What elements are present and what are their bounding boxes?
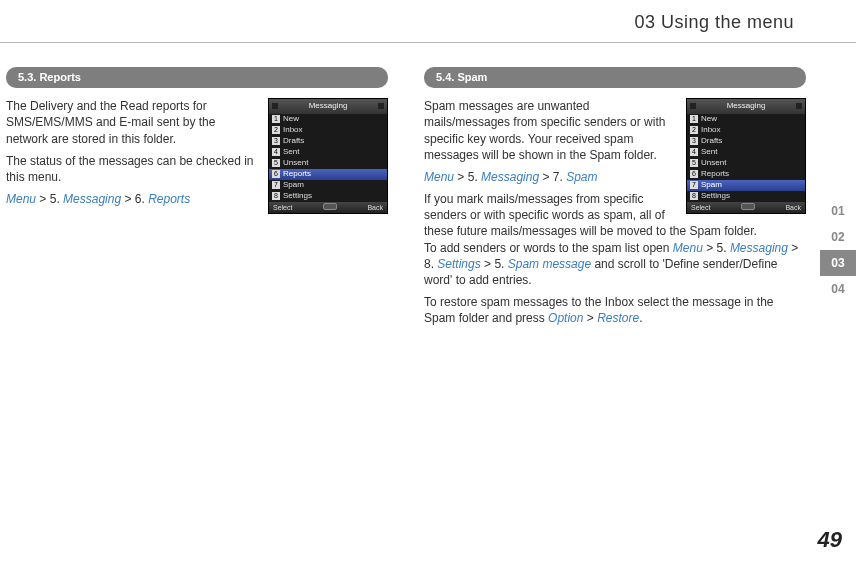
- chapter-tabs: 01020304: [820, 198, 856, 302]
- phone-menu-item: 7Spam: [687, 180, 805, 191]
- paragraph: To restore spam messages to the Inbox se…: [424, 294, 806, 326]
- phone-menu-item: 4Sent: [687, 147, 805, 158]
- phone-screenshot-reports: Messaging1New2Inbox3Drafts4Sent5Unsent6R…: [268, 98, 388, 214]
- phone-softkeys: SelectBack: [269, 202, 387, 213]
- phone-menu-item: 3Drafts: [687, 136, 805, 147]
- phone-menu-item: 6Reports: [687, 169, 805, 180]
- section-heading-reports: 5.3. Reports: [6, 67, 388, 88]
- phone-menu-item: 5Unsent: [269, 158, 387, 169]
- nav-link: Menu: [673, 241, 703, 255]
- phone-title: Messaging: [269, 99, 387, 114]
- section-heading-spam: 5.4. Spam: [424, 67, 806, 88]
- nav-link: Messaging: [481, 170, 539, 184]
- nav-link: Spam message: [508, 257, 591, 271]
- phone-softkeys: SelectBack: [687, 202, 805, 213]
- phone-menu-item: 5Unsent: [687, 158, 805, 169]
- chapter-tab-03[interactable]: 03: [820, 250, 856, 276]
- phone-menu-item: 6Reports: [269, 169, 387, 180]
- nav-link: Reports: [148, 192, 190, 206]
- phone-menu-item: 4Sent: [269, 147, 387, 158]
- phone-menu-item: 2Inbox: [269, 125, 387, 136]
- nav-link: Option: [548, 311, 583, 325]
- nav-link: Messaging: [63, 192, 121, 206]
- phone-menu-item: 1New: [269, 114, 387, 125]
- phone-menu-item: 7Spam: [269, 180, 387, 191]
- nav-link: Menu: [424, 170, 454, 184]
- nav-link: Menu: [6, 192, 36, 206]
- chapter-tab-01[interactable]: 01: [820, 198, 856, 224]
- chapter-tab-04[interactable]: 04: [820, 276, 856, 302]
- nav-link: Restore: [597, 311, 639, 325]
- chapter-tab-02[interactable]: 02: [820, 224, 856, 250]
- phone-title: Messaging: [687, 99, 805, 114]
- phone-menu-item: 1New: [687, 114, 805, 125]
- phone-screenshot-spam: Messaging1New2Inbox3Drafts4Sent5Unsent6R…: [686, 98, 806, 214]
- nav-link: Settings: [437, 257, 480, 271]
- nav-link: Spam: [566, 170, 597, 184]
- nav-link: Messaging: [730, 241, 788, 255]
- phone-menu-item: 8Settings: [269, 191, 387, 202]
- phone-menu-item: 2Inbox: [687, 125, 805, 136]
- page-title: 03 Using the menu: [634, 12, 794, 32]
- phone-menu-item: 3Drafts: [269, 136, 387, 147]
- page-number: 49: [818, 525, 842, 555]
- phone-menu-item: 8Settings: [687, 191, 805, 202]
